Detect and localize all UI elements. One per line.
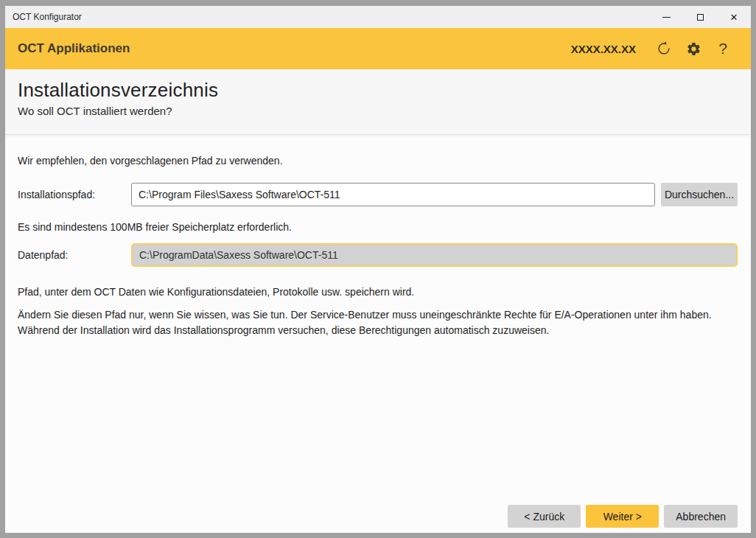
content-area: Wir empfehlen, den vorgeschlagenen Pfad …	[5, 135, 751, 533]
disk-space-note: Es sind mindestens 100MB freier Speicher…	[18, 221, 738, 233]
close-button[interactable]: ✕	[717, 6, 751, 28]
installer-window: OCT Konfigurator ✕ OCT Applikationen XXX…	[0, 0, 756, 538]
app-title: OCT Applikationen	[18, 41, 571, 56]
close-icon: ✕	[730, 13, 738, 22]
maximize-icon	[697, 14, 704, 21]
settings-button[interactable]	[679, 34, 708, 63]
page-heading: Installationsverzeichnis Wo soll OCT ins…	[5, 69, 751, 135]
footer-nav: < Zurück Weiter > Abbrechen	[18, 505, 738, 533]
browse-button[interactable]: Durchsuchen...	[661, 183, 738, 206]
install-path-input[interactable]	[131, 183, 655, 206]
titlebar: OCT Konfigurator ✕	[5, 6, 751, 28]
maximize-button[interactable]	[683, 6, 717, 28]
help-button[interactable]: ?	[708, 34, 738, 63]
help-icon: ?	[718, 40, 727, 57]
page-title: Installationsverzeichnis	[18, 79, 738, 102]
minimize-icon	[662, 17, 671, 18]
next-button[interactable]: Weiter >	[586, 505, 659, 528]
data-path-row: Datenpfad:	[18, 243, 738, 267]
warning-text: Ändern Sie diesen Pfad nur, wenn Sie wis…	[18, 307, 738, 338]
install-path-row: Installationspfad: Durchsuchen...	[18, 183, 738, 206]
intro-text: Wir empfehlen, den vorgeschlagenen Pfad …	[18, 155, 738, 167]
window-controls: ✕	[649, 6, 751, 28]
app-header: OCT Applikationen XXXX.XX.XX ?	[5, 28, 751, 69]
version-label: XXXX.XX.XX	[571, 43, 636, 55]
window-title: OCT Konfigurator	[5, 12, 649, 22]
back-button[interactable]: < Zurück	[508, 505, 581, 528]
install-path-label: Installationspfad:	[18, 189, 131, 200]
refresh-button[interactable]	[649, 34, 679, 63]
minimize-button[interactable]	[649, 6, 683, 28]
data-path-note: Pfad, unter dem OCT Daten wie Konfigurat…	[18, 286, 738, 298]
data-path-input[interactable]	[131, 243, 738, 267]
refresh-icon	[656, 41, 672, 57]
data-path-label: Datenpfad:	[18, 249, 131, 261]
cancel-button[interactable]: Abbrechen	[664, 505, 738, 528]
gear-icon	[686, 41, 701, 57]
page-subtitle: Wo soll OCT installiert werden?	[18, 105, 738, 117]
